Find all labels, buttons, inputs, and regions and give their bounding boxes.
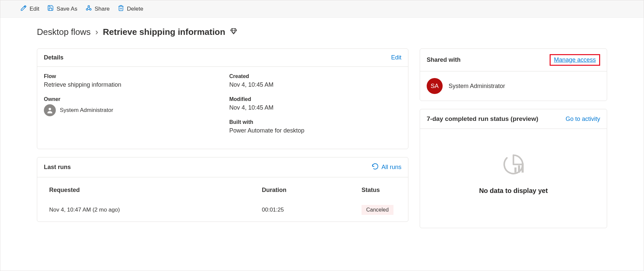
avatar: SA: [427, 78, 443, 94]
save-as-button[interactable]: Save As: [47, 5, 77, 13]
save-as-icon: [47, 5, 54, 13]
col-duration: Duration: [262, 187, 362, 194]
diamond-icon: [230, 27, 237, 37]
all-runs-text: All runs: [381, 164, 401, 171]
flow-value: Retrieve shipping information: [44, 81, 216, 88]
details-title: Details: [44, 54, 63, 61]
save-as-label: Save As: [56, 6, 77, 12]
created-value: Nov 4, 10:45 AM: [229, 81, 401, 88]
share-icon: [85, 5, 92, 13]
run-requested: Nov 4, 10:47 AM (2 mo ago): [49, 207, 262, 213]
status-badge: Canceled: [362, 205, 393, 215]
manage-access-highlight: Manage access: [550, 54, 600, 66]
last-runs-card: Last runs All runs Requested Duration St…: [37, 157, 408, 222]
details-edit-link[interactable]: Edit: [391, 54, 401, 61]
refresh-icon: [372, 163, 379, 172]
delete-button[interactable]: Delete: [118, 5, 143, 13]
breadcrumb-current: Retrieve shipping information: [103, 27, 225, 37]
run-status-title: 7-day completed run status (preview): [427, 115, 538, 123]
flow-label: Flow: [44, 73, 216, 79]
modified-value: Nov 4, 10:45 AM: [229, 104, 401, 111]
svg-rect-6: [522, 163, 524, 173]
svg-point-0: [88, 6, 89, 7]
owner-value: System Administrator: [60, 107, 113, 114]
manage-access-link[interactable]: Manage access: [554, 56, 596, 63]
shared-with-card: Shared with Manage access SA System Admi…: [420, 48, 607, 101]
trash-icon: [118, 5, 124, 13]
modified-label: Modified: [229, 96, 401, 102]
command-toolbar: Edit Save As Share Delete: [0, 0, 644, 18]
run-duration: 00:01:25: [262, 207, 362, 213]
built-with-label: Built with: [229, 119, 401, 125]
details-card: Details Edit Flow Retrieve shipping info…: [37, 48, 408, 149]
pencil-icon: [20, 5, 27, 13]
breadcrumb: Desktop flows › Retrieve shipping inform…: [37, 27, 607, 37]
owner-label: Owner: [44, 96, 216, 102]
chart-placeholder-icon: [501, 152, 526, 178]
person-icon: [44, 104, 56, 116]
share-label: Share: [95, 6, 110, 12]
edit-label: Edit: [30, 6, 39, 12]
go-to-activity-link[interactable]: Go to activity: [566, 116, 600, 123]
svg-point-2: [89, 9, 91, 10]
runs-header-row: Requested Duration Status: [37, 177, 408, 200]
col-status: Status: [362, 187, 396, 194]
last-runs-title: Last runs: [44, 164, 71, 171]
shared-user-name: System Administrator: [449, 83, 505, 90]
table-row[interactable]: Nov 4, 10:47 AM (2 mo ago) 00:01:25 Canc…: [37, 200, 408, 220]
svg-point-1: [86, 9, 88, 10]
share-button[interactable]: Share: [85, 5, 110, 13]
edit-button[interactable]: Edit: [20, 5, 39, 13]
run-status-cell: Canceled: [362, 205, 396, 215]
run-status-card: 7-day completed run status (preview) Go …: [420, 109, 607, 228]
built-with-value: Power Automate for desktop: [229, 127, 401, 134]
svg-point-3: [49, 108, 51, 110]
created-label: Created: [229, 73, 401, 79]
shared-with-title: Shared with: [427, 56, 461, 63]
chevron-right-icon: ›: [95, 27, 98, 37]
no-data-text: No data to display yet: [479, 187, 548, 195]
svg-rect-5: [518, 165, 520, 173]
all-runs-link[interactable]: All runs: [372, 163, 401, 172]
breadcrumb-parent[interactable]: Desktop flows: [37, 27, 91, 37]
svg-rect-4: [514, 167, 516, 172]
delete-label: Delete: [127, 6, 143, 12]
col-requested: Requested: [49, 187, 262, 194]
